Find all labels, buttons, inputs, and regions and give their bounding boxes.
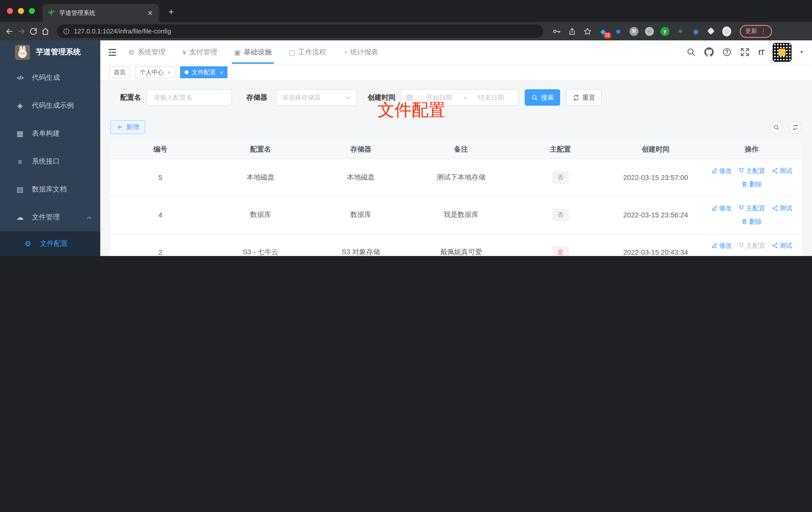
font-size-icon[interactable]: tT bbox=[758, 48, 764, 56]
delete-link[interactable]: 删除 bbox=[741, 217, 762, 226]
extension-eye-icon[interactable]: ◉ bbox=[691, 27, 700, 36]
search-icon[interactable] bbox=[687, 48, 696, 57]
extension-command-icon[interactable]: ⌘ bbox=[630, 27, 638, 36]
extension-diamond-icon[interactable]: ◆ 11 bbox=[599, 27, 608, 36]
add-button[interactable]: 新增 bbox=[110, 120, 145, 134]
master-config-link[interactable]: 主配置 bbox=[738, 166, 765, 175]
github-icon[interactable] bbox=[704, 48, 714, 57]
storage-select-placeholder: 请选择存储器 bbox=[282, 93, 344, 102]
extensions-puzzle-icon[interactable] bbox=[707, 27, 716, 36]
sidebar-item-file-management[interactable]: ☁ 文件管理 bbox=[0, 203, 100, 231]
cell-storage: 本地磁盘 bbox=[311, 173, 411, 182]
new-tab-button[interactable]: ＋ bbox=[167, 7, 176, 16]
sidebar-item-label: 数据库文档 bbox=[32, 185, 67, 194]
header-tools: tT ▾ bbox=[687, 42, 803, 62]
table-search-toggle-button[interactable] bbox=[770, 121, 783, 133]
extension-kite-icon[interactable]: ◆ bbox=[614, 27, 623, 36]
tag-close-icon[interactable]: × bbox=[220, 69, 223, 75]
table-toolbar: 新增 bbox=[110, 120, 802, 134]
sidebar-item-code-example[interactable]: ◈ 代码生成示例 bbox=[0, 92, 100, 120]
close-window-button[interactable] bbox=[7, 8, 13, 14]
config-name-input-field[interactable] bbox=[153, 93, 226, 102]
menu-reports[interactable]: ◔ 统计报表 bbox=[343, 40, 378, 64]
back-icon[interactable] bbox=[5, 27, 14, 36]
edit-link[interactable]: 修改 bbox=[711, 241, 732, 250]
home-icon[interactable] bbox=[41, 27, 50, 36]
sidebar-item-code-generation[interactable]: </> 代码生成 bbox=[0, 64, 100, 92]
tag-file-config[interactable]: 文件配置 × bbox=[180, 66, 227, 78]
delete-link[interactable]: 删除 bbox=[741, 254, 762, 256]
help-icon[interactable] bbox=[722, 48, 732, 57]
sidebar-item-system-api[interactable]: ≡ 系统接口 bbox=[0, 148, 100, 176]
app-title: 芋道管理系统 bbox=[36, 48, 81, 57]
reset-button[interactable]: 重置 bbox=[566, 89, 602, 106]
sidebar-item-db-doc[interactable]: ▤ 数据库文档 bbox=[0, 176, 100, 203]
sliders-icon: ≡ bbox=[15, 157, 25, 166]
sidebar-collapse-icon[interactable] bbox=[107, 47, 117, 57]
test-link[interactable]: 测试 bbox=[771, 204, 792, 213]
reload-icon[interactable] bbox=[29, 27, 38, 36]
table-refresh-button[interactable] bbox=[789, 121, 802, 133]
pie-chart-icon: ◔ bbox=[343, 48, 347, 56]
tag-label: 文件配置 bbox=[192, 68, 216, 77]
app-root: 芋道管理系统 </> 代码生成 ◈ 代码生成示例 ▦ 表单构建 ≡ 系统接口 bbox=[0, 40, 812, 256]
master-tag: 是 bbox=[552, 246, 568, 256]
avatar[interactable] bbox=[773, 42, 792, 62]
code-icon: </> bbox=[15, 75, 25, 81]
database-doc-icon: ▤ bbox=[15, 185, 25, 194]
sidebar-logo[interactable]: 芋道管理系统 bbox=[0, 40, 100, 64]
search-button[interactable]: 搜索 bbox=[525, 89, 560, 106]
site-info-icon[interactable] bbox=[63, 28, 70, 35]
master-config-link[interactable]: 主配置 bbox=[738, 204, 765, 213]
menu-system-management[interactable]: ⚙ 系统管理 bbox=[128, 40, 165, 64]
address-bar[interactable]: 127.0.0.1:1024/infra/file/file-config bbox=[57, 24, 543, 38]
menu-payment-management[interactable]: ¥ 支付管理 bbox=[182, 40, 217, 64]
zoom-window-button[interactable] bbox=[29, 8, 35, 14]
end-date-placeholder[interactable]: 结束日期 bbox=[469, 93, 513, 102]
monitor-check-icon: ▣ bbox=[234, 48, 241, 56]
extension-y-icon[interactable]: y bbox=[660, 27, 669, 36]
search-icon bbox=[531, 94, 538, 101]
sidebar-item-file-config[interactable]: ⚙ 文件配置 bbox=[0, 231, 100, 256]
bookmark-star-icon[interactable] bbox=[583, 27, 592, 36]
table-grid-icon: ▦ bbox=[15, 129, 25, 138]
table-header-row: 编号 配置名 存储器 备注 主配置 创建时间 操作 bbox=[110, 141, 802, 159]
chevron-down-icon bbox=[344, 94, 351, 101]
fullscreen-icon[interactable] bbox=[741, 48, 750, 57]
profile-smiley-avatar[interactable]: ☺ bbox=[722, 27, 731, 36]
test-link[interactable]: 测试 bbox=[771, 166, 792, 175]
forward-icon[interactable] bbox=[17, 27, 26, 36]
minimize-window-button[interactable] bbox=[18, 8, 24, 14]
tab-close-icon[interactable]: ✕ bbox=[146, 9, 154, 17]
macos-traffic-lights[interactable] bbox=[7, 8, 35, 14]
extension-dot-icon[interactable] bbox=[645, 27, 654, 36]
edit-link[interactable]: 修改 bbox=[711, 166, 732, 175]
avatar-caret-icon[interactable]: ▾ bbox=[800, 49, 803, 55]
screenshot-stage: 芋道管理系统 ✕ ＋ 127.0.0.1:1024/infra/file/fil… bbox=[0, 0, 812, 256]
tag-home[interactable]: 首页 bbox=[109, 66, 130, 78]
share-icon[interactable] bbox=[568, 27, 577, 36]
password-key-icon[interactable] bbox=[552, 27, 561, 36]
url-text[interactable]: 127.0.0.1:1024/infra/file/file-config bbox=[74, 27, 171, 35]
edit-link[interactable]: 修改 bbox=[711, 204, 732, 213]
menu-infrastructure[interactable]: ▣ 基础设施 bbox=[234, 40, 271, 64]
browser-tab[interactable]: 芋道管理系统 ✕ bbox=[42, 4, 159, 22]
cell-id: 2 bbox=[110, 248, 210, 256]
filter-row: 配置名 存储器 请选择存储器 创建时间 开始日期 - 结束日期 bbox=[110, 89, 802, 106]
extension-star-icon[interactable]: ✶ bbox=[676, 27, 685, 36]
chrome-update-button[interactable]: 更新 ⋮ bbox=[740, 25, 772, 38]
menu-workflow[interactable]: ▢ 工作流程 bbox=[289, 40, 326, 64]
tag-close-icon[interactable]: × bbox=[168, 69, 171, 75]
storage-select[interactable]: 请选择存储器 bbox=[276, 89, 357, 106]
delete-link[interactable]: 删除 bbox=[741, 180, 762, 189]
sidebar-item-label: 代码生成示例 bbox=[32, 101, 74, 110]
sidebar-item-form-builder[interactable]: ▦ 表单构建 bbox=[0, 120, 100, 148]
menu-label: 统计报表 bbox=[350, 48, 378, 57]
reset-button-label: 重置 bbox=[582, 93, 595, 102]
test-link[interactable]: 测试 bbox=[771, 241, 792, 250]
tag-profile[interactable]: 个人中心 × bbox=[135, 66, 175, 78]
cell-id: 5 bbox=[110, 174, 210, 181]
config-name-input[interactable] bbox=[147, 89, 232, 106]
browser-menu-icon[interactable]: ⋮ bbox=[760, 27, 766, 35]
col-header-master: 主配置 bbox=[511, 145, 609, 154]
